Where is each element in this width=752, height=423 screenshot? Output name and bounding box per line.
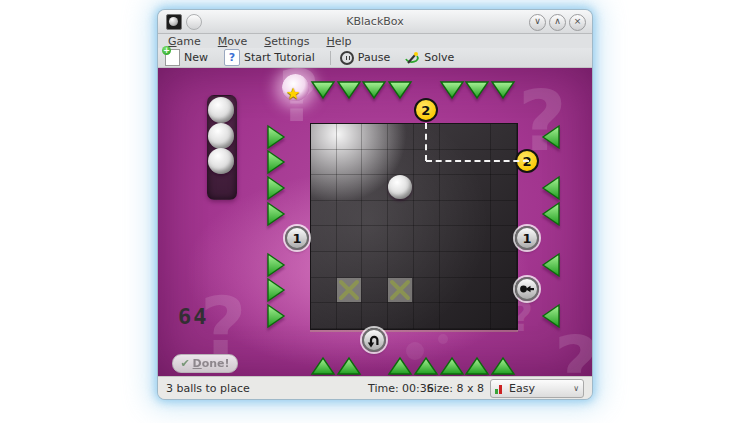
tray-ball[interactable] [208,97,234,123]
laser-arrow-right[interactable] [538,175,564,199]
menu-help[interactable]: Help [326,35,351,48]
desktop: KBlackBox ∨ ∧ × Game Move Settings Help … [0,0,752,423]
pause-icon [340,51,354,65]
menu-move[interactable]: Move [218,35,248,48]
laser-marker-2: 2 [414,98,438,122]
close-button[interactable]: × [569,14,586,31]
laser-arrow-bottom[interactable] [439,354,465,376]
cursor-star-icon: ★ [286,84,300,103]
difficulty-icon [495,383,505,394]
laser-arrow-left[interactable] [263,175,289,199]
laser-marker-1: 1 [515,226,539,250]
laser-arrow-top[interactable] [464,78,490,102]
excluded-cell[interactable] [337,278,361,302]
excluded-cell[interactable] [388,278,412,302]
done-button[interactable]: ✔ Done! [172,354,238,373]
laser-arrow-left[interactable] [263,252,289,276]
reflection-marker [362,328,386,352]
check-icon: ✔ [180,357,189,370]
done-button-label: Done! [193,357,230,370]
pause-button-label: Pause [358,51,390,64]
laser-arrow-bottom[interactable] [387,354,413,376]
maximize-button[interactable]: ∧ [549,14,566,31]
titlebar[interactable]: KBlackBox ∨ ∧ × [158,10,592,34]
laser-arrow-right[interactable] [538,124,564,148]
laser-arrow-left[interactable] [263,303,289,327]
menu-game[interactable]: Game [168,35,201,48]
balls-to-place-status: 3 balls to place [166,382,250,395]
laser-arrow-top[interactable] [490,78,516,102]
pause-button[interactable]: Pause [340,51,390,65]
app-icon [166,14,182,30]
laser-arrow-right[interactable] [538,252,564,276]
new-button[interactable]: + New [165,49,208,66]
tutorial-button-label: Start Tutorial [244,51,315,64]
laser-path [426,160,529,162]
difficulty-value: Easy [509,382,535,395]
chevron-down-icon: ∨ [573,384,579,393]
menu-settings[interactable]: Settings [264,35,309,48]
laser-arrow-left[interactable] [263,149,289,173]
new-button-label: New [184,51,208,64]
bubble-decoration [438,334,448,344]
laser-path [425,123,427,161]
minimize-button[interactable]: ∨ [529,14,546,31]
laser-arrow-bottom[interactable] [310,354,336,376]
laser-arrow-bottom[interactable] [413,354,439,376]
solve-button-label: Solve [424,51,454,64]
toolbar: + New ? Start Tutorial Pause Solve [158,48,592,68]
laser-arrow-right[interactable] [538,201,564,225]
solve-button[interactable]: Solve [404,50,454,66]
size-status: Size: 8 x 8 [427,382,484,395]
statusbar: 3 balls to place Time: 00:36 Size: 8 x 8… [158,376,592,399]
menubar: Game Move Settings Help [158,34,592,48]
tray-ball[interactable] [208,123,234,149]
tray-ball[interactable] [208,148,234,174]
window-title: KBlackBox [158,15,592,28]
score-counter: 64 [178,304,209,329]
window-menu-button[interactable] [186,14,202,30]
laser-arrow-right[interactable] [538,303,564,327]
laser-arrow-top[interactable] [439,78,465,102]
kblackbox-window: KBlackBox ∨ ∧ × Game Move Settings Help … [158,10,592,399]
solve-wand-icon [404,50,420,66]
laser-arrow-top[interactable] [387,78,413,102]
laser-marker-1: 1 [285,226,309,250]
start-tutorial-button[interactable]: ? Start Tutorial [224,49,315,66]
laser-arrow-left[interactable] [263,201,289,225]
laser-arrow-bottom[interactable] [490,354,516,376]
laser-arrow-top[interactable] [310,78,336,102]
laser-arrow-top[interactable] [336,78,362,102]
laser-arrow-left[interactable] [263,124,289,148]
hit-marker [515,277,539,301]
laser-arrow-bottom[interactable] [336,354,362,376]
time-status: Time: 00:36 [368,382,434,395]
tutorial-icon: ? [224,49,240,66]
playfield: ? ? ? ? ? ★ 64 ✔ Done! 2121 [158,68,592,376]
difficulty-dropdown[interactable]: Easy ∨ [490,379,584,398]
laser-arrow-top[interactable] [361,78,387,102]
toolbar-separator [330,51,331,65]
new-game-icon: + [165,49,180,66]
laser-arrow-left[interactable] [263,277,289,301]
laser-arrow-bottom[interactable] [464,354,490,376]
